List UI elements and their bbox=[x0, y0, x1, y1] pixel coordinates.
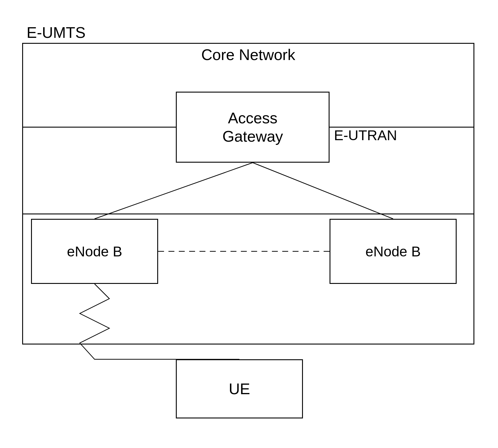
access-gateway-box: AccessGateway bbox=[176, 92, 330, 163]
ue-box: UE bbox=[176, 359, 303, 418]
enode-b-left-label: eNode B bbox=[67, 243, 122, 260]
eutran-label: E-UTRAN bbox=[334, 127, 397, 143]
core-network-label: Core Network bbox=[22, 46, 474, 64]
enode-b-right-box: eNode B bbox=[330, 219, 457, 284]
diagram-container: E-UMTS Core Network E-UTRAN AccessGatewa… bbox=[0, 0, 498, 448]
eumts-label: E-UMTS bbox=[27, 24, 85, 41]
ue-label: UE bbox=[229, 380, 250, 398]
access-gateway-label: AccessGateway bbox=[222, 109, 283, 146]
enode-b-right-label: eNode B bbox=[366, 243, 421, 260]
enode-b-left-box: eNode B bbox=[31, 219, 158, 284]
